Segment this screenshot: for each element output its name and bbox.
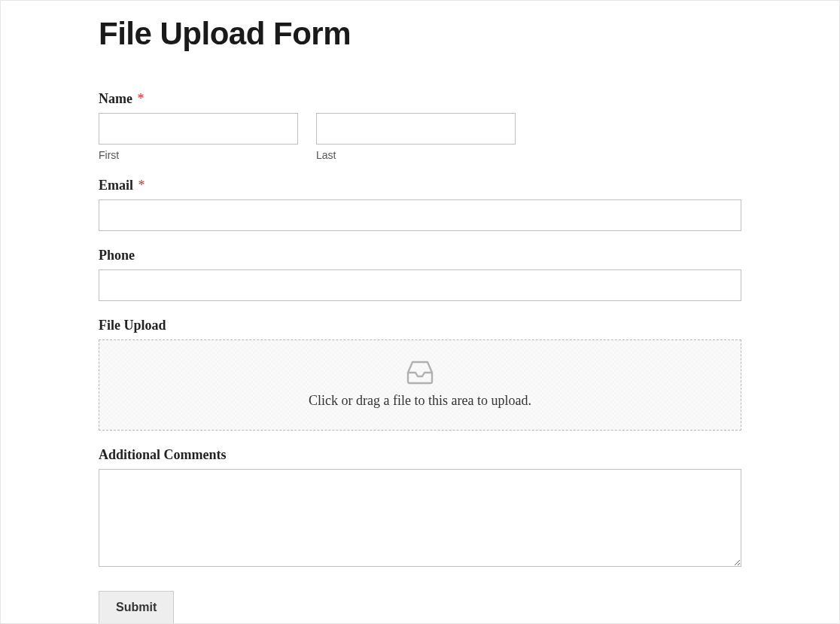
name-label: Name <box>99 91 132 106</box>
name-inputs-row: First Last <box>99 113 516 161</box>
file-upload-dropzone[interactable]: Click or drag a file to this area to upl… <box>99 339 741 431</box>
form-container: File Upload Form Name * First Last E <box>0 0 840 624</box>
field-name: Name * First Last <box>99 91 741 161</box>
last-name-sublabel: Last <box>316 149 516 161</box>
required-marker: * <box>137 91 144 106</box>
first-name-input[interactable] <box>99 113 298 145</box>
email-input[interactable] <box>99 199 741 231</box>
dropzone-text: Click or drag a file to this area to upl… <box>107 393 733 409</box>
required-marker: * <box>138 178 145 193</box>
name-label-row: Name * <box>99 91 741 107</box>
phone-input[interactable] <box>99 269 741 301</box>
field-file-upload: File Upload Click or drag a file to this… <box>99 318 741 431</box>
form-content: File Upload Form Name * First Last E <box>1 1 839 624</box>
email-label-row: Email * <box>99 178 741 193</box>
submit-button[interactable]: Submit <box>99 591 174 624</box>
field-email: Email * <box>99 178 741 231</box>
field-phone: Phone <box>99 248 741 301</box>
comments-label: Additional Comments <box>99 447 741 463</box>
comments-textarea[interactable] <box>99 469 741 567</box>
phone-label: Phone <box>99 248 741 263</box>
first-name-sublabel: First <box>99 149 298 161</box>
last-name-input[interactable] <box>316 113 516 145</box>
inbox-icon <box>406 360 434 385</box>
file-upload-label: File Upload <box>99 318 741 333</box>
field-comments: Additional Comments <box>99 447 741 570</box>
last-name-col: Last <box>316 113 516 161</box>
page-title: File Upload Form <box>99 16 741 52</box>
first-name-col: First <box>99 113 298 161</box>
email-label: Email <box>99 178 133 193</box>
